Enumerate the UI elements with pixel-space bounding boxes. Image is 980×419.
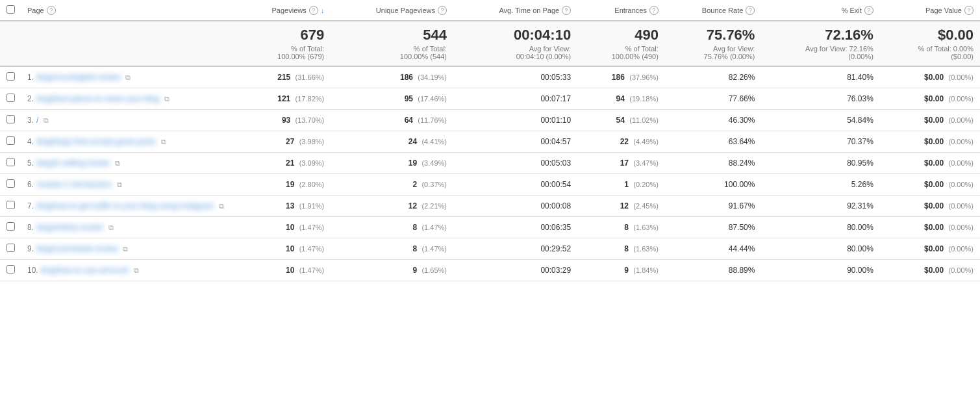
- summary-page-value-sub: % of Total: 0.00%($0.00): [886, 45, 974, 60]
- row-checkbox[interactable]: [6, 179, 15, 188]
- page-value-pct: (0.00%): [948, 73, 974, 81]
- page-value-column-header: Page Value ?: [880, 0, 980, 21]
- entrances-cell: 54 (11.02%): [577, 110, 665, 131]
- unique-pv-value: 24: [408, 137, 417, 146]
- page-cell: 6.module-1-introduction⧉: [21, 174, 235, 196]
- page-value-value: $0.00: [924, 201, 944, 210]
- row-number: 2.: [27, 94, 34, 103]
- entrances-help-icon[interactable]: ?: [649, 6, 659, 15]
- avg-time-cell: 00:05:03: [453, 153, 577, 174]
- entrances-cell: 17 (3.47%): [577, 153, 665, 174]
- page-link[interactable]: /: [36, 116, 38, 125]
- select-all-checkbox[interactable]: [6, 5, 15, 14]
- page-cell: 9.blog/coschedule-review⧉: [21, 238, 235, 260]
- bounce-rate-cell: 88.24%: [665, 153, 762, 174]
- pageviews-help-icon[interactable]: ?: [309, 6, 318, 15]
- table-row: 1.blog/mousingle/b-review⧉215 (31.66%)18…: [0, 66, 980, 88]
- avg-time-value: 00:06:35: [540, 223, 571, 232]
- page-link[interactable]: blog/writerly-review: [36, 223, 103, 232]
- page-help-icon[interactable]: ?: [47, 6, 56, 15]
- entrances-pct: (1.84%): [633, 266, 659, 274]
- copy-icon[interactable]: ⧉: [134, 266, 139, 275]
- avg-time-cell: 00:00:08: [453, 196, 577, 217]
- row-checkbox-cell[interactable]: [0, 131, 21, 153]
- row-checkbox-cell[interactable]: [0, 88, 21, 110]
- copy-icon[interactable]: ⧉: [125, 73, 131, 82]
- summary-pct-exit-cell: 72.16% Avg for View: 72.16%(0.00%): [761, 21, 879, 66]
- page-value-cell: $0.00 (0.00%): [880, 66, 980, 88]
- row-checkbox-cell[interactable]: [0, 260, 21, 281]
- row-checkbox-cell[interactable]: [0, 153, 21, 174]
- row-checkbox[interactable]: [6, 222, 15, 231]
- unique-pv-pct: (34.19%): [418, 73, 447, 81]
- entrances-value: 12: [620, 201, 629, 210]
- copy-icon[interactable]: ⧉: [219, 202, 224, 210]
- entrances-column-header: Entrances ?: [577, 0, 665, 21]
- bounce-rate-label: Bounce Rate: [702, 6, 744, 14]
- summary-page-cell: [21, 21, 235, 66]
- page-link[interactable]: blog/how-to-use-semrush: [41, 266, 129, 275]
- row-checkbox-cell[interactable]: [0, 174, 21, 196]
- pageviews-cell: 10 (1.47%): [235, 217, 331, 238]
- page-link[interactable]: blog/blogs-that-accept-guest-posts: [36, 137, 156, 146]
- pct-exit-help-icon[interactable]: ?: [864, 6, 873, 15]
- copy-icon[interactable]: ⧉: [108, 223, 114, 232]
- pct-exit-cell: 80.00%: [761, 217, 879, 238]
- avg-time-help-icon[interactable]: ?: [562, 6, 571, 15]
- row-checkbox[interactable]: [6, 136, 15, 145]
- avg-time-cell: 00:29:52: [453, 238, 577, 260]
- row-checkbox-cell[interactable]: [0, 66, 21, 88]
- page-value-cell: $0.00 (0.00%): [880, 260, 980, 281]
- row-checkbox-cell[interactable]: [0, 238, 21, 260]
- table-row: 7.blog/how-to-get-traffic-to-your-blog-u…: [0, 196, 980, 217]
- pct-exit-cell: 90.00%: [761, 260, 879, 281]
- bounce-rate-help-icon[interactable]: ?: [746, 6, 755, 15]
- copy-icon[interactable]: ⧉: [115, 159, 120, 168]
- copy-icon[interactable]: ⧉: [117, 181, 122, 189]
- summary-page-value-value: $0.00: [886, 27, 974, 44]
- pageviews-pct: (1.47%): [299, 223, 325, 231]
- page-link[interactable]: blog/how-to-get-traffic-to-your-blog-usi…: [36, 201, 214, 210]
- copy-icon[interactable]: ⧉: [161, 138, 166, 146]
- pct-exit-cell: 81.40%: [761, 66, 879, 88]
- row-checkbox[interactable]: [6, 72, 15, 81]
- row-checkbox-cell[interactable]: [0, 110, 21, 131]
- bounce-rate-value: 88.89%: [729, 266, 755, 275]
- row-checkbox[interactable]: [6, 201, 15, 209]
- unique-pv-help-icon[interactable]: ?: [438, 6, 447, 15]
- entrances-pct: (2.45%): [633, 202, 659, 210]
- pageviews-pct: (31.66%): [295, 73, 325, 81]
- page-link[interactable]: blog/mousingle/b-review: [36, 73, 120, 82]
- page-link[interactable]: blog/to-selling-review: [36, 159, 110, 168]
- pageviews-pct: (1.91%): [299, 202, 325, 210]
- pct-exit-value: 81.40%: [847, 73, 873, 82]
- row-checkbox[interactable]: [6, 265, 15, 273]
- page-link[interactable]: blog/coschedule-review: [36, 244, 118, 253]
- unique-pv-pct: (4.41%): [421, 138, 447, 146]
- pageviews-cell: 19 (2.80%): [235, 174, 331, 196]
- row-checkbox[interactable]: [6, 94, 15, 102]
- table-row: 10.blog/how-to-use-semrush⧉10 (1.47%)9 (…: [0, 260, 980, 281]
- row-checkbox[interactable]: [6, 115, 15, 123]
- row-checkbox-cell[interactable]: [0, 196, 21, 217]
- page-link[interactable]: module-1-introduction: [36, 180, 112, 189]
- sort-descending-icon[interactable]: ↓: [321, 6, 325, 14]
- select-all-checkbox-header[interactable]: [0, 0, 21, 21]
- page-value-help-icon[interactable]: ?: [964, 6, 974, 15]
- entrances-value: 9: [624, 266, 629, 275]
- copy-icon[interactable]: ⧉: [164, 95, 170, 103]
- page-link[interactable]: blog/best-places-to-share-your-blog: [36, 94, 159, 103]
- avg-time-cell: 00:07:17: [453, 88, 577, 110]
- row-checkbox[interactable]: [6, 158, 15, 166]
- row-checkbox-cell[interactable]: [0, 217, 21, 238]
- avg-time-value: 00:29:52: [540, 244, 571, 253]
- bounce-rate-cell: 46.30%: [665, 110, 762, 131]
- row-checkbox[interactable]: [6, 244, 15, 252]
- entrances-pct: (37.96%): [629, 73, 659, 81]
- pageviews-cell: 93 (13.70%): [235, 110, 331, 131]
- copy-icon[interactable]: ⧉: [44, 116, 49, 125]
- entrances-pct: (1.63%): [633, 223, 659, 231]
- copy-icon[interactable]: ⧉: [123, 245, 128, 253]
- pageviews-pct: (3.98%): [299, 138, 325, 146]
- page-value-pct: (0.00%): [948, 202, 974, 210]
